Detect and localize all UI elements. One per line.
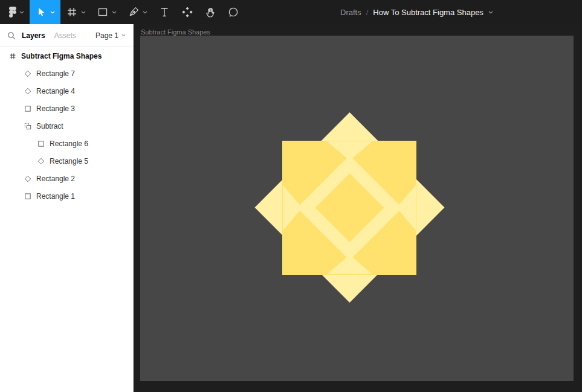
tab-layers[interactable]: Layers [22,31,45,40]
diamond-icon [37,158,45,165]
text-tool-button[interactable] [153,0,176,24]
panel-header: Layers Assets Page 1 [0,24,133,47]
comment-icon [227,6,239,18]
frame-hash-icon [66,6,78,18]
search-button[interactable] [7,31,16,40]
figma-app: Drafts / How To Subtract Figma Shapes La… [0,0,582,392]
layer-row[interactable]: Rectangle 5 [0,152,133,170]
layer-label: Rectangle 3 [36,104,75,113]
shape-tool-button[interactable] [91,0,122,24]
file-title-dropdown[interactable]: How To Subtract Figma Shapes [373,8,493,17]
canvas[interactable]: Subtract Figma Shapes [134,24,582,392]
pen-tool-button[interactable] [122,0,153,24]
file-title: How To Subtract Figma Shapes [373,8,483,17]
rectangle-icon [97,6,109,18]
breadcrumb-separator: / [366,8,369,17]
page-selector-label: Page 1 [95,31,118,40]
chevron-down-icon [488,11,493,14]
component-tool-button[interactable] [176,0,199,24]
main-menu-button[interactable] [4,0,30,24]
chevron-down-icon [19,11,24,14]
diamond-icon [24,175,31,182]
layer-label: Rectangle 5 [50,157,88,165]
layers-panel: Layers Assets Page 1 Subtract Figma Shap… [0,24,134,392]
layer-list: Subtract Figma Shapes Rectangle 7 Rectan… [0,47,133,205]
layer-row[interactable]: Rectangle 6 [0,135,133,152]
chevron-down-icon [50,11,55,14]
layer-row[interactable]: Rectangle 4 [0,82,133,100]
hand-icon [204,6,216,18]
component-icon [181,6,193,18]
layer-row-subtract-group[interactable]: Subtract [0,117,133,135]
design-frame[interactable] [140,36,574,381]
layer-row[interactable]: Rectangle 3 [0,100,133,117]
page-selector[interactable]: Page 1 [95,31,126,40]
shape-composition[interactable] [140,36,574,381]
diamond-icon [24,88,31,95]
layer-row[interactable]: Rectangle 2 [0,170,133,187]
comment-tool-button[interactable] [222,0,245,24]
search-icon [7,31,16,40]
move-cursor-icon [35,6,47,18]
layer-row-frame[interactable]: Subtract Figma Shapes [0,47,133,65]
layer-label: Rectangle 4 [36,87,75,95]
layer-row[interactable]: Rectangle 7 [0,65,133,82]
text-icon [158,6,170,18]
chevron-down-icon [121,34,126,37]
pen-icon [128,6,140,18]
subtract-boolean-icon [24,123,31,130]
frame-tool-button[interactable] [60,0,91,24]
toolbar: Drafts / How To Subtract Figma Shapes [0,0,582,24]
layer-label: Rectangle 1 [36,192,75,201]
chevron-down-icon [112,11,117,14]
layer-label: Subtract [36,122,63,130]
frame-title-label[interactable]: Subtract Figma Shapes [141,28,210,36]
chevron-down-icon [143,11,147,14]
chevron-down-icon [81,11,86,14]
frame-icon [9,53,16,60]
layer-row[interactable]: Rectangle 1 [0,187,133,205]
layer-label: Rectangle 6 [50,140,88,148]
layer-label: Rectangle 2 [36,175,75,183]
hand-tool-button[interactable] [199,0,222,24]
breadcrumb: Drafts / How To Subtract Figma Shapes [340,0,493,24]
breadcrumb-project[interactable]: Drafts [340,8,361,17]
square-icon [24,193,31,200]
layer-label: Rectangle 7 [36,69,75,78]
diamond-icon [24,70,31,77]
move-tool-button[interactable] [30,0,60,24]
square-icon [24,105,31,112]
figma-logo-icon [9,7,16,18]
tab-assets[interactable]: Assets [54,31,76,40]
layer-label: Subtract Figma Shapes [21,52,102,60]
square-icon [37,140,45,147]
